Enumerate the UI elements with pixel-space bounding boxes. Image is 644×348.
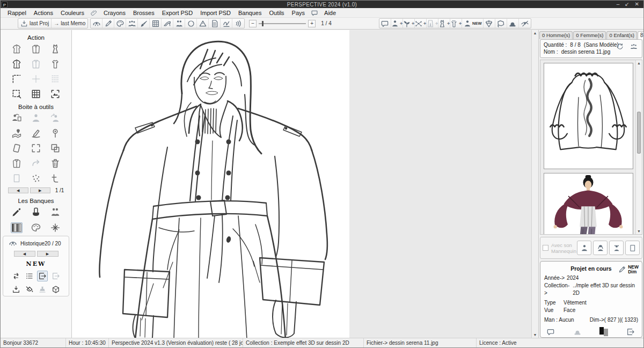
visibility-tool-button[interactable] xyxy=(91,19,103,28)
tab-sans[interactable]: 8 (Sans) xyxy=(638,31,644,39)
menu-actions[interactable]: Actions xyxy=(30,9,57,17)
export-active-button[interactable] xyxy=(37,271,48,281)
toolbox-prev-button[interactable]: ◀ xyxy=(8,187,28,193)
new-dim-control[interactable]: NEWDim xyxy=(618,265,639,274)
close-button[interactable]: ✕ xyxy=(635,1,639,8)
canvas-area[interactable]: ▲ ▼ xyxy=(72,30,538,338)
scatter-button[interactable] xyxy=(31,173,41,184)
woman-mannequin-button[interactable] xyxy=(593,241,608,255)
person-button[interactable] xyxy=(31,113,41,124)
garment-preset-3-button[interactable] xyxy=(50,44,61,54)
refresh-icon[interactable] xyxy=(616,43,624,50)
hat-tool-button[interactable] xyxy=(507,19,519,28)
document-tool-button[interactable] xyxy=(209,19,221,28)
location-pin-button[interactable] xyxy=(50,128,61,139)
brush-tool-button[interactable] xyxy=(138,19,150,28)
garment-preset-1-button[interactable] xyxy=(11,44,22,54)
add-plant-button[interactable]: + xyxy=(403,19,415,28)
thumbnail-fur-coat[interactable] xyxy=(544,63,633,169)
palette-bank-button[interactable] xyxy=(31,222,41,233)
restore-button[interactable]: ↙ xyxy=(625,1,629,8)
crowd-tool-button[interactable] xyxy=(126,19,138,28)
pencil-tool-button[interactable] xyxy=(103,19,114,28)
export-alt-button[interactable] xyxy=(52,271,60,281)
selection-square-button[interactable] xyxy=(11,89,22,99)
speech-bubble-icon[interactable] xyxy=(309,9,320,17)
mannequin-checkbox[interactable] xyxy=(543,245,548,251)
crop-image-button[interactable] xyxy=(50,89,61,99)
trash-button[interactable] xyxy=(50,158,61,169)
thumb-scroll-down-icon[interactable]: ▼ xyxy=(636,229,642,233)
menu-aide[interactable]: Aide xyxy=(320,9,340,17)
gradient-bank-button[interactable] xyxy=(11,222,23,233)
project-hat-icon[interactable] xyxy=(573,328,582,336)
table-button[interactable] xyxy=(31,89,41,99)
scroll-up-icon[interactable]: ▲ xyxy=(533,30,537,36)
comment-tool-button[interactable] xyxy=(379,19,391,28)
menu-outils[interactable]: Outils xyxy=(265,9,288,17)
hide-tool-button[interactable] xyxy=(519,19,531,28)
add-outfit-button[interactable]: + xyxy=(427,19,438,28)
circle-tool-button[interactable] xyxy=(185,19,197,28)
thumbnail-colored-model[interactable] xyxy=(544,173,633,235)
menu-crayons[interactable]: Crayons xyxy=(100,9,129,17)
menu-rappel[interactable]: Rappel xyxy=(4,9,30,17)
add-dress-button[interactable]: + xyxy=(438,19,450,28)
color-swatch-icon[interactable] xyxy=(599,327,608,336)
expand-button[interactable] xyxy=(31,143,41,154)
tab-hommes[interactable]: 0 Homme(s) xyxy=(539,31,573,39)
scribble-tool-button[interactable] xyxy=(221,19,232,28)
man-mannequin-button[interactable] xyxy=(577,241,591,255)
paperclip-icon[interactable] xyxy=(88,9,100,17)
lasso-tool-button[interactable] xyxy=(495,19,507,28)
person-share-button[interactable] xyxy=(50,113,61,124)
marker-bank-button[interactable] xyxy=(11,207,22,218)
zoom-in-button[interactable]: + xyxy=(308,20,316,27)
drawing-canvas[interactable] xyxy=(72,30,349,338)
add-garment-button[interactable]: + xyxy=(450,19,462,28)
list-button[interactable] xyxy=(25,271,34,281)
add-person-button[interactable]: + xyxy=(391,19,403,28)
person-transfer-button[interactable] xyxy=(11,113,22,124)
menu-banques[interactable]: Banques xyxy=(235,9,265,17)
history-prev-button[interactable]: ◀ xyxy=(14,251,35,257)
thumb-scroll-up-icon[interactable]: ▲ xyxy=(636,61,642,65)
new-person-button[interactable]: NEW xyxy=(462,19,484,28)
waves-tool-button[interactable] xyxy=(232,19,244,28)
annotate-button[interactable] xyxy=(31,128,41,139)
garment-preset-2-button[interactable] xyxy=(31,44,41,54)
cube-button[interactable] xyxy=(52,285,60,294)
garment-preset-5-button[interactable] xyxy=(31,59,41,69)
minimize-button[interactable]: – xyxy=(617,1,620,8)
crosshair-button[interactable] xyxy=(31,74,41,84)
thumbnail-scrollbar[interactable]: ▲ ▼ xyxy=(635,60,642,234)
bucket-button[interactable] xyxy=(25,285,34,294)
history-next-button[interactable]: ▶ xyxy=(37,251,58,257)
blank-frame-button[interactable] xyxy=(11,173,22,184)
loop-button[interactable] xyxy=(12,271,20,281)
dot-grid-button[interactable] xyxy=(50,74,61,84)
import-button[interactable] xyxy=(12,285,20,294)
project-export-icon[interactable] xyxy=(626,328,635,336)
shoe-tool-button[interactable] xyxy=(162,19,173,28)
stamp-button[interactable] xyxy=(38,285,47,294)
menu-import-psd[interactable]: Import PSD xyxy=(196,9,235,17)
brush-bank-button[interactable] xyxy=(31,207,41,218)
grid-tool-button[interactable] xyxy=(150,19,162,28)
canvas-vertical-scrollbar[interactable]: ▲ ▼ xyxy=(531,30,538,338)
garment-preset-6-button[interactable] xyxy=(50,59,61,69)
last-memo-button[interactable]: → last Memo xyxy=(52,19,87,28)
toolbox-next-button[interactable]: ▶ xyxy=(30,187,50,193)
menu-pays[interactable]: Pays xyxy=(288,9,309,17)
thumbnail-scroll-thumb[interactable] xyxy=(637,112,641,154)
palette-tool-button[interactable] xyxy=(114,19,126,28)
recycle-tool-button[interactable] xyxy=(197,19,209,28)
selection-corner-button[interactable] xyxy=(11,74,22,84)
add-node-button[interactable]: + xyxy=(415,19,427,28)
zoom-out-button[interactable]: − xyxy=(249,20,257,27)
zoom-slider-track[interactable] xyxy=(259,23,306,24)
redo-button[interactable] xyxy=(31,158,41,169)
scroll-down-icon[interactable]: ▼ xyxy=(533,332,537,338)
tab-enfants[interactable]: 0 Enfant(s) xyxy=(606,31,636,39)
blank-card-button[interactable] xyxy=(625,241,640,255)
